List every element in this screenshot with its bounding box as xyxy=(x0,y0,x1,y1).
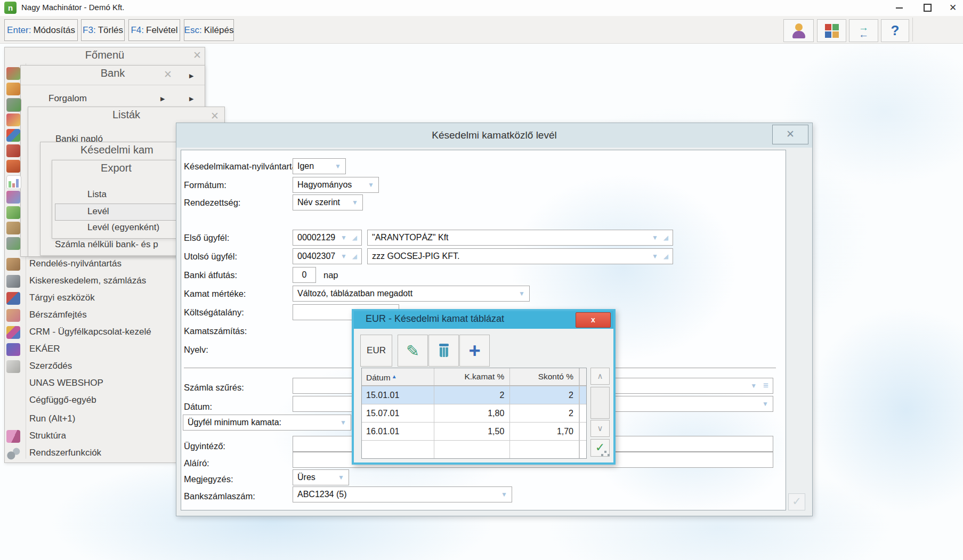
transfer-button[interactable]: →← xyxy=(849,19,878,42)
menu-item-lista[interactable]: Lista xyxy=(87,189,107,200)
gears-icon[interactable] xyxy=(6,447,20,460)
bank-expand-icon[interactable]: ▶ xyxy=(189,72,193,79)
edit-corner-icon[interactable]: ◢ xyxy=(352,253,357,260)
chevron-down-icon[interactable]: ▼ xyxy=(341,253,347,260)
book-icon[interactable] xyxy=(6,160,20,173)
user-button[interactable] xyxy=(783,19,814,42)
chevron-down-icon[interactable]: ▼ xyxy=(368,181,374,189)
chevron-down-icon[interactable]: ▼ xyxy=(501,491,507,498)
sidebar-item-rendeles[interactable]: Rendelés-nyilvántartás xyxy=(29,258,122,269)
flask-icon[interactable] xyxy=(6,191,20,204)
add-row-button[interactable]: + xyxy=(459,335,490,367)
bankszamlaszam-dropdown[interactable]: ABC1234 (5)▼ xyxy=(293,486,512,502)
fomenu-close-icon[interactable]: ✕ xyxy=(193,50,201,61)
table-row[interactable]: 15.07.01 1,80 2 xyxy=(362,404,586,422)
chevron-down-icon[interactable]: ▼ xyxy=(335,163,341,170)
chevron-down-icon[interactable]: ▼ xyxy=(338,474,344,481)
resize-grip-icon[interactable] xyxy=(608,454,610,456)
currency-button[interactable]: EUR xyxy=(360,335,392,367)
delete-button[interactable]: F3: Törlés xyxy=(81,19,125,41)
chevron-down-icon[interactable]: ▼ xyxy=(340,419,346,426)
crm-people-icon[interactable] xyxy=(6,326,20,339)
package-icon[interactable] xyxy=(6,258,20,271)
megjegyzes-dropdown[interactable]: Üres▼ xyxy=(293,469,349,485)
ekaer-truck-icon[interactable] xyxy=(6,343,20,356)
minimize-button[interactable] xyxy=(886,0,912,15)
rendezettseg-dropdown[interactable]: Név szerint▼ xyxy=(293,194,363,210)
close-button[interactable]: ✕ xyxy=(943,0,963,15)
modules-button[interactable] xyxy=(817,19,846,42)
coins-icon[interactable] xyxy=(6,113,20,126)
structure-cube-icon[interactable] xyxy=(6,430,20,443)
chevron-down-icon[interactable]: ▼ xyxy=(652,234,658,241)
sidebar-item-berszamfejtes[interactable]: Bérszámfejtés xyxy=(29,310,87,320)
modify-button[interactable]: Enter: Módosítás xyxy=(4,19,78,41)
bank-close-icon[interactable]: ✕ xyxy=(164,69,172,80)
table-row-selected[interactable]: 15.01.01 2 2 xyxy=(362,386,586,404)
column-header-kkamat[interactable]: K.kamat % xyxy=(434,368,511,385)
contract-icon[interactable] xyxy=(6,360,20,373)
parcel-icon[interactable] xyxy=(6,222,20,234)
chevron-down-icon[interactable]: ▼ xyxy=(652,253,658,260)
column-header-datum[interactable]: Dátum▲ xyxy=(362,368,434,385)
formatum-dropdown[interactable]: Hagyományos▼ xyxy=(293,177,379,193)
sidebar-item-targyi[interactable]: Tárgyi eszközök xyxy=(29,293,95,303)
house-icon[interactable] xyxy=(6,292,20,305)
register-icon[interactable] xyxy=(6,237,20,250)
menu-item-forgalom[interactable]: Forgalom xyxy=(48,93,87,104)
add-button[interactable]: F4: Felvétel xyxy=(128,19,180,41)
dialog-close-button[interactable]: ✕ xyxy=(772,125,808,144)
sidebar-item-kiskereskedelem[interactable]: Kiskereskedelem, számlázás xyxy=(29,275,146,286)
accept-button[interactable]: ✓ xyxy=(590,439,610,457)
resize-grip-icon[interactable] xyxy=(601,454,603,456)
money-icon[interactable] xyxy=(6,206,20,219)
utolso-ugyfel-name-combo[interactable]: zzz GOCSEJ-PIG KFT.▼◢ xyxy=(367,248,673,264)
store-icon[interactable] xyxy=(6,67,20,80)
cart-icon[interactable] xyxy=(6,83,20,95)
sidebar-item-rendszerfunkciok[interactable]: Rendszerfunkciók xyxy=(29,448,101,458)
scroll-down-button[interactable]: ∨ xyxy=(590,420,610,437)
cargo-icon[interactable] xyxy=(6,129,20,142)
elso-ugyfel-name-combo[interactable]: "ARANYTOPÁZ" Kft▼◢ xyxy=(367,230,673,246)
menu-item-level-egyenkent[interactable]: Levél (egyenként) xyxy=(87,222,159,233)
chart-icon[interactable] xyxy=(6,175,21,189)
help-button[interactable]: ? xyxy=(881,19,909,42)
scrollbar-thumb[interactable] xyxy=(590,387,610,419)
edit-corner-icon[interactable]: ◢ xyxy=(663,234,668,241)
delete-row-button[interactable] xyxy=(428,335,459,367)
ugyfel-minimum-dropdown[interactable]: Ügyfél minimum kamata:▼ xyxy=(183,415,351,431)
sidebar-item-szerzodes[interactable]: Szerződés xyxy=(29,361,72,371)
cash-register-icon[interactable] xyxy=(6,275,20,288)
sidebar-item-cegfuggo[interactable]: Cégfüggő-egyéb xyxy=(29,395,96,405)
sidebar-item-ekaer[interactable]: EKÁER xyxy=(29,344,60,354)
box-icon[interactable] xyxy=(6,144,20,157)
chevron-down-icon[interactable]: ▼ xyxy=(341,234,347,241)
menu-item-level[interactable]: Levél xyxy=(87,206,109,217)
kamat-merteke-dropdown[interactable]: Változó, táblázatban megadott▼ xyxy=(293,286,530,302)
dialog-titlebar[interactable]: Késedelmi kamatközlő levél xyxy=(176,123,812,148)
confirm-button-disabled[interactable]: ✓ xyxy=(788,493,805,510)
kamat-nyilvantartas-dropdown[interactable]: Igen▼ xyxy=(293,158,346,174)
payroll-icon[interactable] xyxy=(6,309,20,322)
maximize-button[interactable] xyxy=(915,0,940,15)
edit-corner-icon[interactable]: ◢ xyxy=(663,253,668,260)
elso-ugyfel-code-combo[interactable]: 00002129▼◢ xyxy=(293,230,362,246)
table-row[interactable]: 16.01.01 1,50 1,70 xyxy=(362,422,586,440)
chevron-down-icon[interactable]: ▼ xyxy=(762,400,768,408)
sidebar-item-struktura[interactable]: Struktúra xyxy=(29,431,66,441)
list-filter-icon[interactable]: ≡ xyxy=(763,380,768,391)
edit-corner-icon[interactable]: ◢ xyxy=(352,234,357,241)
utolso-ugyfel-code-combo[interactable]: 00402307▼◢ xyxy=(293,248,362,264)
exit-button[interactable]: Esc: Kilépés xyxy=(184,19,234,41)
banki-atfutas-input[interactable]: 0 xyxy=(293,267,316,283)
sidebar-item-run[interactable]: Run (Alt+1) xyxy=(29,413,75,424)
chevron-down-icon[interactable]: ▼ xyxy=(750,382,757,389)
sidebar-item-crm[interactable]: CRM - Ügyfélkapcsolat-kezelé xyxy=(29,327,179,337)
sidebar-item-unas[interactable]: UNAS WEBSHOP xyxy=(29,378,103,388)
eur-dialog-titlebar[interactable]: EUR - Késedelmi kamat táblázat xyxy=(354,311,613,329)
scroll-up-button[interactable]: ∧ xyxy=(590,368,610,385)
edit-button[interactable]: ✎ xyxy=(398,335,428,367)
invoice-printer-icon[interactable] xyxy=(6,98,21,112)
resize-grip-icon[interactable] xyxy=(604,451,606,453)
table-row-empty[interactable] xyxy=(362,440,586,458)
